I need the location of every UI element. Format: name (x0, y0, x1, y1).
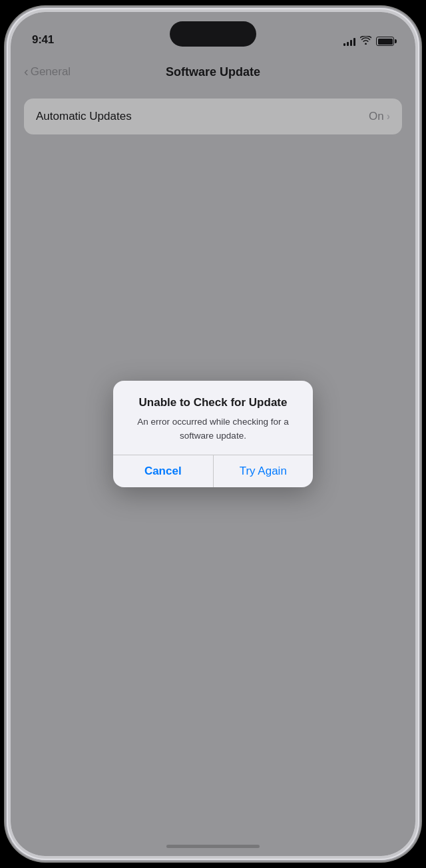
dialog-title: Unable to Check for Update (126, 395, 300, 410)
cancel-button[interactable]: Cancel (113, 455, 213, 487)
alert-dialog: Unable to Check for Update An error occu… (113, 381, 313, 487)
screen: 9:41 (11, 12, 415, 856)
dialog-content: Unable to Check for Update An error occu… (113, 381, 313, 455)
dialog-overlay: Unable to Check for Update An error occu… (11, 12, 415, 856)
home-indicator (166, 845, 260, 848)
dialog-message: An error occurred while checking for a s… (126, 415, 300, 443)
phone-frame: 9:41 (7, 8, 419, 860)
try-again-button[interactable]: Try Again (214, 455, 314, 487)
dialog-buttons: Cancel Try Again (113, 455, 313, 487)
